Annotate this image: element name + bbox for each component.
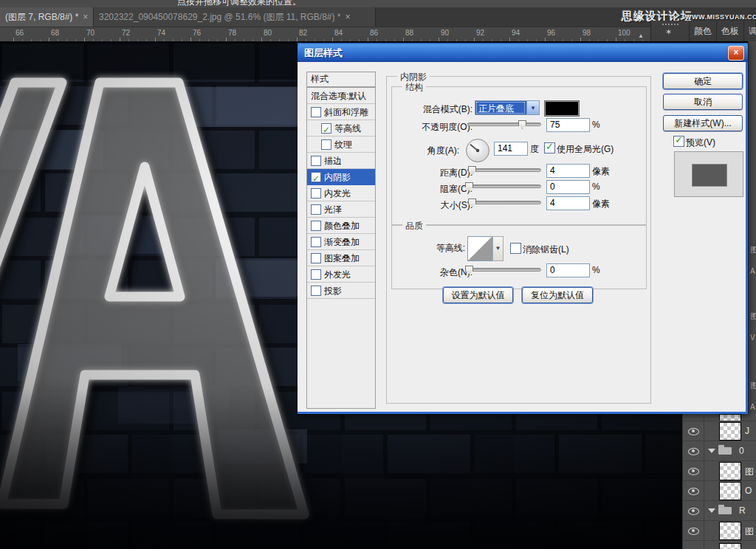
ruler-label: 70 — [86, 29, 94, 37]
style-item[interactable]: 纹理 — [307, 137, 375, 153]
style-item-label: 渐变叠加 — [324, 234, 360, 250]
new-style-button[interactable]: 新建样式(W)... — [663, 115, 743, 131]
style-item[interactable]: ✓内阴影 — [307, 169, 375, 185]
layer-name[interactable]: J — [745, 426, 749, 436]
layer-name[interactable]: 图 — [745, 525, 754, 538]
style-checkbox[interactable] — [311, 107, 321, 117]
style-checkbox[interactable] — [311, 221, 321, 231]
opacity-slider[interactable] — [467, 120, 541, 130]
style-item[interactable]: 投影 — [307, 283, 375, 299]
expand-triangle-icon[interactable] — [708, 508, 715, 513]
panel-tab[interactable]: 色板 — [717, 21, 744, 41]
size-slider[interactable] — [467, 198, 541, 208]
tab-close-icon[interactable]: × — [346, 7, 351, 27]
check-icon: ✓ — [546, 141, 554, 152]
style-checkbox[interactable] — [311, 269, 321, 280]
group-name[interactable]: R — [739, 505, 746, 516]
blend-mode-select[interactable]: 正片叠底 ▼ — [475, 100, 540, 115]
tab-close-icon[interactable]: × — [83, 7, 88, 27]
contour-label: 等高线: — [394, 242, 465, 255]
collapsed-panel-dock[interactable]: ✶ — [650, 21, 690, 41]
style-item-label: 内阴影 — [324, 169, 351, 185]
preview-checkbox[interactable]: ✓ — [673, 136, 684, 147]
clipped-panel-glyph: A — [750, 403, 755, 411]
visibility-eye-icon[interactable] — [683, 521, 704, 540]
panel-tab[interactable]: 调整 — [744, 21, 756, 41]
visibility-eye-icon[interactable] — [683, 501, 704, 520]
layer-group-row[interactable]: R — [683, 501, 756, 521]
style-item[interactable]: 图案叠加 — [307, 250, 375, 266]
blend-mode-value: 正片叠底 — [475, 100, 526, 115]
check-icon: ✓ — [312, 170, 320, 187]
style-checkbox[interactable] — [311, 253, 321, 263]
ok-button[interactable]: 确定 — [663, 73, 743, 89]
chevron-down-icon[interactable]: ▼ — [492, 236, 504, 261]
style-checkbox[interactable] — [311, 156, 321, 166]
layer-name[interactable]: O — [745, 486, 752, 496]
layer-thumbnail[interactable] — [719, 462, 741, 480]
global-light-checkbox[interactable]: ✓ — [544, 142, 555, 153]
antialias-checkbox[interactable] — [510, 243, 521, 254]
angle-input[interactable]: 141 — [494, 142, 528, 156]
layer-row[interactable]: J — [683, 421, 756, 441]
angle-dial[interactable] — [465, 138, 490, 163]
style-checkbox[interactable]: ✓ — [311, 172, 321, 182]
document-tab-1[interactable]: (图层 7, RGB/8#) *× — [0, 7, 94, 27]
ruler-label: 78 — [228, 29, 236, 37]
style-item[interactable]: 内发光 — [307, 185, 375, 201]
chevron-down-icon[interactable]: ▼ — [526, 100, 540, 115]
layer-thumbnail[interactable] — [719, 482, 741, 500]
layer-row[interactable]: 图 — [683, 461, 756, 481]
style-checkbox[interactable] — [311, 204, 321, 215]
layer-group-row[interactable]: 0 — [683, 441, 756, 461]
slider-thumb[interactable] — [468, 166, 476, 175]
shadow-color-swatch[interactable] — [544, 100, 580, 117]
visibility-eye-icon[interactable] — [683, 461, 704, 480]
layer-thumbnail[interactable] — [719, 422, 741, 441]
document-tab-2[interactable]: 3202322_090450078629_2.jpg @ 51.6% (图层 1… — [94, 7, 376, 27]
dialog-titlebar[interactable]: 图层样式 × — [298, 43, 748, 62]
cancel-button[interactable]: 取消 — [663, 94, 743, 110]
size-input[interactable]: 4 — [546, 196, 590, 210]
visibility-eye-icon[interactable] — [683, 481, 704, 500]
layer-row[interactable]: O — [683, 481, 756, 501]
expand-triangle-icon[interactable] — [708, 449, 715, 453]
style-item[interactable]: 渐变叠加 — [307, 234, 375, 250]
slider-thumb[interactable] — [518, 120, 526, 129]
style-item[interactable]: 颜色叠加 — [307, 218, 375, 234]
style-checkbox[interactable]: ✓ — [321, 123, 331, 134]
ruler-marker-icon: ▲ — [638, 32, 644, 39]
choke-input[interactable]: 0 — [546, 180, 590, 194]
opacity-input[interactable]: 75 — [546, 118, 590, 132]
contour-picker[interactable] — [467, 236, 492, 261]
set-default-button[interactable]: 设置为默认值 — [443, 287, 513, 303]
style-checkbox[interactable] — [311, 188, 321, 198]
noise-input[interactable]: 0 — [546, 263, 590, 277]
distance-slider[interactable] — [467, 165, 541, 176]
style-checkbox[interactable] — [321, 139, 331, 150]
group-name[interactable]: 0 — [739, 446, 744, 456]
style-item[interactable]: 外发光 — [307, 266, 375, 283]
layer-name[interactable]: 图 — [745, 466, 754, 478]
style-item[interactable]: 光泽 — [307, 201, 375, 218]
layer-row[interactable]: 图 — [683, 521, 756, 541]
slider-thumb[interactable] — [468, 198, 476, 207]
close-icon[interactable]: × — [728, 46, 744, 61]
reset-default-button[interactable]: 复位为默认值 — [522, 287, 593, 303]
style-item[interactable]: 混合选项:默认 — [307, 88, 375, 104]
style-checkbox[interactable] — [311, 237, 321, 247]
document-tab-1-label: (图层 7, RGB/8#) * — [5, 12, 78, 22]
distance-input[interactable]: 4 — [546, 164, 590, 178]
folder-icon — [718, 447, 732, 455]
style-item[interactable]: ✓等高线 — [307, 120, 375, 137]
visibility-eye-icon[interactable] — [683, 421, 704, 441]
style-item[interactable]: 斜面和浮雕 — [307, 104, 375, 120]
noise-slider[interactable] — [467, 265, 541, 275]
style-checkbox[interactable] — [311, 286, 321, 296]
panel-tab[interactable]: 颜色 — [690, 21, 717, 41]
style-item[interactable]: 描边 — [307, 153, 375, 169]
layers-panel: J0图OR图 — [682, 414, 756, 549]
choke-slider[interactable] — [467, 182, 541, 192]
visibility-eye-icon[interactable] — [683, 441, 704, 460]
layer-thumbnail[interactable] — [719, 522, 741, 540]
